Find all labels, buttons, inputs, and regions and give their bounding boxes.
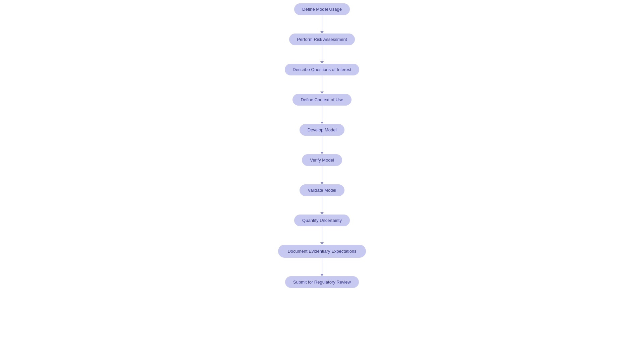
node-validate-model[interactable]: Validate Model [300, 184, 344, 196]
node-develop-model[interactable]: Develop Model [300, 124, 345, 136]
flowchart-container: Define Model Usage Perform Risk Assessme… [278, 0, 366, 288]
connector-4 [320, 106, 324, 124]
node-document-evidentiary[interactable]: Document Evidentiary Expectations [278, 245, 366, 258]
connector-6 [320, 166, 324, 184]
connector-9 [320, 258, 324, 276]
connector-1 [320, 15, 324, 34]
connector-3 [320, 75, 324, 94]
node-perform-risk-assessment[interactable]: Perform Risk Assessment [289, 34, 355, 45]
connector-2 [320, 45, 324, 64]
node-submit-regulatory[interactable]: Submit for Regulatory Review [285, 276, 359, 288]
connector-5 [320, 136, 324, 154]
node-verify-model[interactable]: Verify Model [302, 154, 342, 166]
node-define-context[interactable]: Define Context of Use [292, 94, 351, 106]
node-quantify-uncertainty[interactable]: Quantify Uncertainty [294, 215, 350, 226]
connector-8 [320, 226, 324, 245]
node-define-model-usage[interactable]: Define Model Usage [294, 3, 350, 15]
connector-7 [320, 196, 324, 215]
node-describe-questions[interactable]: Describe Questions of Interest [285, 64, 360, 75]
